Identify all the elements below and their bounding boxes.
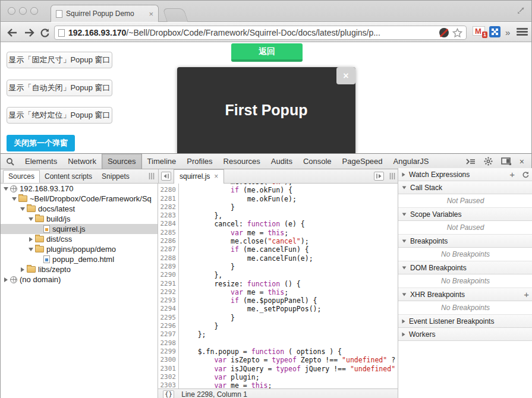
line-number[interactable]: 2295 xyxy=(158,314,179,322)
line-number[interactable]: 2280 xyxy=(158,186,179,194)
devtools-tab-network[interactable]: Network xyxy=(62,154,102,169)
line-number[interactable]: 2298 xyxy=(158,339,179,348)
qr-extension-icon[interactable] xyxy=(489,26,500,37)
devtools-tab-console[interactable]: Console xyxy=(298,154,337,169)
tree-item-popup-demo-html[interactable]: popup_demo.html xyxy=(1,254,158,264)
navigator-tab-snippets[interactable]: Snippets xyxy=(97,170,134,182)
tree-item-build-js[interactable]: build/js xyxy=(1,214,158,224)
tree-item--bell-dropbox-code-framework-sq[interactable]: ~Bell/Dropbox/Code/Framework/Sq xyxy=(1,194,158,204)
navigator-tab-content-scripts[interactable]: Content scripts xyxy=(40,170,97,182)
line-number[interactable]: 2301 xyxy=(158,365,179,373)
line-number[interactable]: 2287 xyxy=(158,245,179,254)
window-minimize-button[interactable] xyxy=(19,7,27,15)
hide-navigator-icon[interactable] xyxy=(161,172,171,181)
show-popup-button-3[interactable]: 显示「绝对定位」Popup 窗口 xyxy=(7,107,112,124)
sidebar-section-watch-expressions[interactable]: Watch Expressions+ xyxy=(398,168,532,181)
code-line-2298[interactable]: 2298 xyxy=(158,339,398,348)
line-number[interactable]: 2288 xyxy=(158,254,179,263)
line-number[interactable]: 2286 xyxy=(158,237,179,245)
sidebar-section-workers[interactable]: Workers xyxy=(398,328,532,341)
chrome-menu-icon[interactable] xyxy=(517,28,528,37)
panel-grip-icon[interactable] xyxy=(149,173,155,179)
code-line-2284[interactable]: 2284 cancel: function (e) { xyxy=(158,220,398,228)
file-tab-close-icon[interactable]: × xyxy=(214,172,218,181)
code-editor[interactable]: 2279 me.close("ok");2280 if (me.okFun) {… xyxy=(158,184,398,388)
plugin-blocked-icon[interactable] xyxy=(439,28,449,37)
sidebar-section-call-stack[interactable]: Call Stack xyxy=(398,181,532,194)
show-console-drawer-icon[interactable] xyxy=(466,158,476,165)
devtools-close-icon[interactable]: × xyxy=(520,157,524,166)
line-number[interactable]: 2290 xyxy=(158,271,179,279)
tree-item-libs-zepto[interactable]: libs/zepto xyxy=(1,264,158,274)
gmail-extension-icon[interactable]: 1 xyxy=(473,26,485,36)
file-tab-squirrel-js[interactable]: squirrel.js × xyxy=(174,169,224,184)
code-line-2287[interactable]: 2287 if (me.cancelFun) { xyxy=(158,245,398,254)
bookmark-star-icon[interactable] xyxy=(452,28,462,38)
code-line-2282[interactable]: 2282 } xyxy=(158,203,398,211)
line-number[interactable]: 2293 xyxy=(158,296,179,305)
reload-button[interactable] xyxy=(37,26,52,40)
devtools-tab-profiles[interactable]: Profiles xyxy=(181,154,218,169)
devtools-tab-audits[interactable]: Audits xyxy=(266,154,298,169)
line-number[interactable]: 2292 xyxy=(158,288,179,296)
show-popup-button-1[interactable]: 显示「固定尺寸」Popup 窗口 xyxy=(7,52,112,68)
code-line-2286[interactable]: 2286 me.close("cancel"); xyxy=(158,237,398,245)
code-line-2281[interactable]: 2281 me.okFun(e); xyxy=(158,195,398,203)
code-line-2301[interactable]: 2301 var isJQuery = typeof jQuery !== "u… xyxy=(158,365,398,373)
line-number[interactable]: 2297 xyxy=(158,330,179,339)
popup-close-button[interactable]: × xyxy=(336,67,355,84)
sidebar-section-event-listener-breakpoints[interactable]: Event Listener Breakpoints xyxy=(398,315,532,328)
code-line-2296[interactable]: 2296 } xyxy=(158,322,398,330)
devtools-tab-elements[interactable]: Elements xyxy=(20,154,62,169)
sidebar-section-scope-variables[interactable]: Scope Variables xyxy=(398,208,532,221)
code-line-2302[interactable]: 2302 var plugin; xyxy=(158,373,398,381)
search-icon[interactable] xyxy=(1,154,20,169)
code-line-2285[interactable]: 2285 var me = this; xyxy=(158,229,398,237)
window-zoom-button[interactable] xyxy=(30,7,38,15)
devtools-tab-sources[interactable]: Sources xyxy=(102,154,142,169)
tree-item--no-domain-[interactable]: (no domain) xyxy=(1,274,158,285)
sidebar-section-xhr-breakpoints[interactable]: XHR Breakpoints+ xyxy=(398,288,532,301)
sidebar-section-breakpoints[interactable]: Breakpoints xyxy=(398,235,532,248)
code-line-2297[interactable]: 2297 }; xyxy=(158,330,398,339)
code-line-2280[interactable]: 2280 if (me.okFun) { xyxy=(158,186,398,194)
line-number[interactable]: 2282 xyxy=(158,203,179,211)
panel-grip-icon[interactable] xyxy=(389,173,395,179)
pretty-print-button[interactable]: {} xyxy=(163,390,174,398)
browser-tab[interactable]: Squirrel Popup Demo × xyxy=(51,5,159,22)
line-number[interactable]: 2284 xyxy=(158,220,179,228)
dock-side-icon[interactable] xyxy=(501,157,511,165)
code-line-2288[interactable]: 2288 me.cancelFun(e); xyxy=(158,254,398,263)
back-button[interactable] xyxy=(5,26,20,40)
code-line-2289[interactable]: 2289 } xyxy=(158,263,398,271)
show-panel-icon[interactable] xyxy=(374,172,384,181)
navigator-tab-sources[interactable]: Sources xyxy=(3,170,40,183)
url-bar[interactable]: 192.168.93.170/~Bell/Dropbox/Code/Framew… xyxy=(54,26,467,40)
code-line-2295[interactable]: 2295 } xyxy=(158,314,398,322)
line-number[interactable]: 2285 xyxy=(158,229,179,237)
settings-gear-icon[interactable] xyxy=(484,157,493,166)
forward-button[interactable] xyxy=(22,26,36,40)
line-number[interactable]: 2303 xyxy=(158,381,179,388)
code-line-2294[interactable]: 2294 me._setPopupPos(); xyxy=(158,305,398,313)
add-icon[interactable]: + xyxy=(524,290,529,299)
devtools-tab-angularjs[interactable]: AngularJS xyxy=(388,154,435,169)
devtools-tab-timeline[interactable]: Timeline xyxy=(142,154,182,169)
line-number[interactable]: 2291 xyxy=(158,280,179,288)
code-line-2299[interactable]: 2299 $.fn.popup = function ( options ) { xyxy=(158,348,398,356)
code-line-2290[interactable]: 2290 }, xyxy=(158,271,398,279)
line-number[interactable]: 2296 xyxy=(158,322,179,330)
code-line-2293[interactable]: 2293 if (me.$popupPanel) { xyxy=(158,296,398,305)
sidebar-section-dom-breakpoints[interactable]: DOM Breakpoints xyxy=(398,261,532,274)
line-number[interactable]: 2294 xyxy=(158,305,179,313)
tree-item-plugins-popup-demo[interactable]: plugins/popup/demo xyxy=(1,244,158,254)
line-number[interactable]: 2283 xyxy=(158,211,179,220)
tab-close-icon[interactable]: × xyxy=(149,10,153,18)
line-number[interactable]: 2299 xyxy=(158,348,179,356)
extensions-overflow-icon[interactable]: » xyxy=(505,27,510,37)
line-number[interactable]: 2281 xyxy=(158,195,179,203)
devtools-tab-resources[interactable]: Resources xyxy=(218,154,266,169)
tree-item-192-168-93-170[interactable]: 192.168.93.170 xyxy=(1,184,158,194)
tree-item-squirrel-js[interactable]: squirrel.js xyxy=(1,224,158,234)
back-return-button[interactable]: 返回 xyxy=(231,43,303,62)
